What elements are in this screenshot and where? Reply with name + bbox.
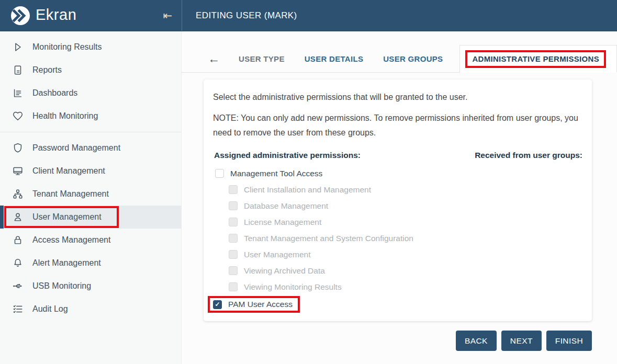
permission-label: Client Installation and Management [244, 185, 371, 195]
permissions-list: Management Tool Access Client Installati… [213, 165, 582, 313]
checkbox-disabled [229, 185, 238, 194]
sidebar-divider [0, 132, 181, 132]
sidebar-group-monitoring: Monitoring Results Reports Dashboards [0, 36, 181, 128]
sidebar-item-health-monitoring[interactable]: Health Monitoring [0, 105, 181, 128]
sidebar-collapse-icon[interactable]: ⇤ [161, 8, 174, 23]
tab-user-groups[interactable]: USER GROUPS [383, 54, 443, 63]
assigned-permissions-header: Assigned administrative permissions: [214, 151, 361, 160]
sidebar-item-alert-management[interactable]: Alert Management [0, 252, 181, 275]
permission-label: User Management [244, 250, 311, 259]
checkbox-checked[interactable] [213, 300, 222, 309]
brand-name: Ekran [36, 6, 76, 24]
permission-label: Viewing Archived Data [244, 266, 325, 276]
ekran-logo-icon [10, 6, 30, 26]
bell-icon [12, 257, 24, 269]
sidebar-item-label: Reports [32, 65, 62, 75]
next-button[interactable]: NEXT [501, 331, 542, 351]
checklist-icon [12, 303, 24, 315]
received-from-groups-header: Received from user groups: [475, 151, 582, 160]
permission-license-management: License Management [213, 214, 582, 230]
report-icon [12, 64, 24, 76]
sidebar-item-access-management[interactable]: Access Management [0, 229, 181, 252]
checkbox-disabled [229, 282, 238, 291]
checkbox-disabled [229, 218, 238, 226]
sidebar-item-label: Audit Log [32, 304, 68, 314]
heart-icon [12, 110, 24, 122]
wizard-tabs: ← USER TYPE USER DETAILS USER GROUPS ADM… [182, 45, 617, 73]
app-window: Ekran ⇤ EDITING USER (MARK) Monitoring R… [0, 0, 617, 364]
sidebar-item-label: Tenant Management [32, 189, 109, 199]
sidebar-nav: Monitoring Results Reports Dashboards [0, 31, 182, 364]
permission-label: PAM User Access [228, 300, 293, 309]
checkbox-disabled [229, 201, 238, 210]
tab-user-details[interactable]: USER DETAILS [305, 54, 364, 63]
permission-database-management: Database Management [213, 198, 582, 214]
back-button[interactable]: BACK [456, 331, 497, 351]
permission-management-tool-access[interactable]: Management Tool Access [213, 165, 582, 181]
note-text: NOTE: You can only add new permissions. … [213, 111, 582, 140]
permission-client-installation-and-management: Client Installation and Management [213, 181, 582, 198]
sidebar-group-management: Password Management Client Management Te… [0, 136, 181, 321]
sidebar-item-tenant-management[interactable]: Tenant Management [0, 183, 181, 206]
shield-icon [12, 142, 24, 154]
intro-text: Select the administrative permissions th… [213, 93, 582, 102]
permission-label: License Management [244, 218, 321, 227]
sidebar-item-monitoring-results[interactable]: Monitoring Results [0, 36, 181, 59]
sidebar-item-label: USB Monitoring [32, 281, 91, 291]
dashboard-icon [12, 87, 24, 99]
brand-zone: Ekran ⇤ [0, 0, 182, 31]
user-icon [12, 211, 24, 223]
sidebar-item-reports[interactable]: Reports [0, 59, 181, 82]
sitemap-icon [12, 188, 24, 200]
main-content: ← USER TYPE USER DETAILS USER GROUPS ADM… [182, 31, 617, 364]
finish-button[interactable]: FINISH [546, 331, 592, 351]
lock-icon [12, 234, 24, 246]
sidebar-item-dashboards[interactable]: Dashboards [0, 82, 181, 105]
sidebar-item-label: Client Management [32, 166, 105, 176]
checkbox-unchecked[interactable] [215, 169, 224, 178]
sidebar-item-label: Password Management [32, 143, 120, 153]
monitor-icon [12, 165, 24, 177]
tab-user-type[interactable]: USER TYPE [239, 54, 285, 63]
permission-tenant-management-and-system-configuration: Tenant Management and System Configurati… [213, 230, 582, 246]
permission-label: Management Tool Access [230, 169, 322, 178]
play-icon [12, 41, 24, 53]
permission-pam-user-access[interactable]: PAM User Access [208, 296, 300, 313]
back-arrow-icon[interactable]: ← [208, 53, 220, 65]
red-annotation-box: ADMINISTRATIVE PERMISSIONS [465, 50, 606, 68]
sidebar-item-label: Alert Management [32, 258, 101, 268]
sidebar-item-audit-log[interactable]: Audit Log [0, 298, 181, 321]
permission-label: Tenant Management and System Configurati… [244, 234, 413, 243]
permission-viewing-monitoring-results: Viewing Monitoring Results [213, 279, 582, 295]
usb-icon [12, 280, 24, 292]
top-header-bar: Ekran ⇤ EDITING USER (MARK) [0, 0, 617, 31]
sidebar-item-user-management[interactable]: User Management [0, 206, 181, 229]
permission-viewing-archived-data: Viewing Archived Data [213, 263, 582, 279]
checkbox-disabled [229, 266, 238, 275]
checkbox-disabled [229, 234, 238, 243]
tab-administrative-permissions[interactable]: ADMINISTRATIVE PERMISSIONS [459, 45, 617, 73]
permission-label: Database Management [244, 201, 328, 211]
sidebar-item-label: User Management [32, 212, 102, 222]
column-headers: Assigned administrative permissions: Rec… [214, 151, 582, 160]
sidebar-item-label: Access Management [32, 235, 110, 245]
title-zone: EDITING USER (MARK) [182, 0, 617, 31]
permission-user-management: User Management [213, 246, 582, 263]
sidebar-item-label: Health Monitoring [32, 111, 98, 121]
sidebar-item-client-management[interactable]: Client Management [0, 160, 181, 183]
checkbox-disabled [229, 250, 238, 259]
page-title: EDITING USER (MARK) [196, 10, 297, 21]
sidebar-item-password-management[interactable]: Password Management [0, 136, 181, 160]
permission-label: Viewing Monitoring Results [244, 282, 342, 292]
sidebar-item-usb-monitoring[interactable]: USB Monitoring [0, 275, 181, 298]
sidebar-item-label: Dashboards [32, 88, 77, 98]
tab-label: ADMINISTRATIVE PERMISSIONS [472, 54, 599, 63]
permissions-card: Select the administrative permissions th… [204, 79, 592, 321]
wizard-footer-buttons: BACK NEXT FINISH [182, 331, 592, 351]
sidebar-item-label: Monitoring Results [32, 42, 102, 52]
